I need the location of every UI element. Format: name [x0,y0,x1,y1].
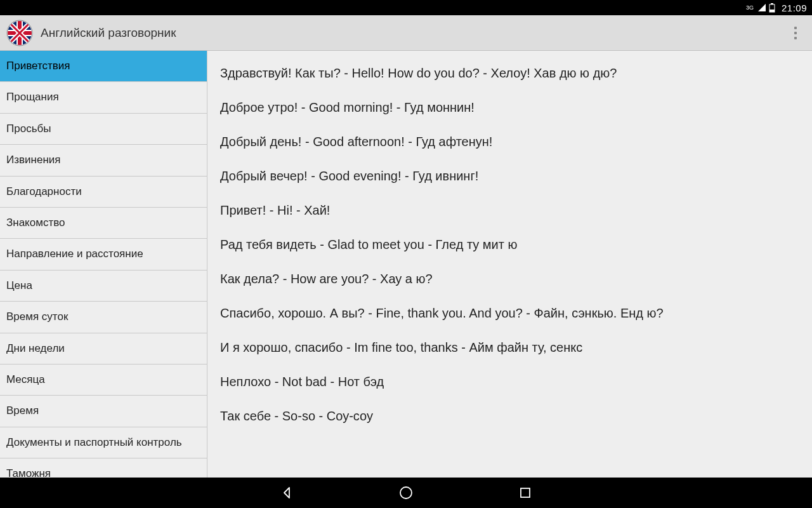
network-label: 3G [746,4,754,11]
svg-rect-2 [769,10,775,12]
sidebar-item[interactable]: Прощания [0,82,207,113]
status-time: 21:09 [782,3,807,13]
sidebar-item[interactable]: Знакомство [0,208,207,239]
sidebar-item[interactable]: Направление и расстояние [0,239,207,270]
app-icon [6,20,33,46]
sidebar-item[interactable]: Документы и паспортный контроль [0,427,207,458]
sidebar-item-label: Месяца [6,373,45,385]
svg-rect-11 [521,488,530,497]
content-area: ПриветствияПрощанияПросьбыИзвиненияБлаго… [0,51,812,478]
app-title: Английский разговорник [41,26,785,40]
phrase-item[interactable]: Доброе утро! - Good morning! - Гуд монни… [220,99,799,116]
sidebar-item-label: Дни недели [6,342,65,354]
category-sidebar[interactable]: ПриветствияПрощанияПросьбыИзвиненияБлаго… [0,51,207,478]
phrase-item[interactable]: Добрый день! - Good afternoon! - Гуд афт… [220,133,799,150]
status-bar: 3G 21:09 [0,0,812,15]
battery-icon [769,3,775,13]
phrase-item[interactable]: Как дела? - How are you? - Хау а ю? [220,271,799,287]
overflow-menu-button[interactable] [785,20,806,46]
sidebar-item[interactable]: Месяца [0,364,207,396]
sidebar-item-label: Таможня [6,467,51,478]
svg-point-10 [400,487,412,498]
sidebar-item-label: Извинения [6,154,60,166]
sidebar-item[interactable]: Цена [0,271,207,302]
signal-icon [757,3,766,12]
sidebar-item-label: Прощания [6,91,59,103]
navigation-bar [0,478,812,508]
sidebar-item[interactable]: Благодарности [0,177,207,208]
sidebar-item-label: Просьбы [6,123,51,135]
phrase-list[interactable]: Здравствуй! Как ты? - Hello! How do you … [207,51,812,478]
sidebar-item-label: Приветствия [6,60,70,72]
sidebar-item[interactable]: Время [0,396,207,427]
sidebar-item[interactable]: Дни недели [0,333,207,364]
phrase-item[interactable]: Привет! - Hi! - Хай! [220,202,799,218]
phrase-item[interactable]: Здравствуй! Как ты? - Hello! How do you … [220,65,799,81]
sidebar-item-label: Знакомство [6,217,65,229]
sidebar-item-label: Время суток [6,311,68,323]
sidebar-item-label: Направление и расстояние [6,248,143,260]
sidebar-item-label: Время [6,404,39,417]
phrase-item[interactable]: Рад тебя видеть - Glad to meet you - Гле… [220,236,799,253]
sidebar-item[interactable]: Извинения [0,145,207,176]
sidebar-item-label: Благодарности [6,185,82,197]
home-button[interactable] [397,484,415,502]
sidebar-item[interactable]: Приветствия [0,51,207,82]
sidebar-item[interactable]: Время суток [0,302,207,333]
phrase-item[interactable]: И я хорошо, спасибо - Im fine too, thank… [220,339,799,356]
phrase-item[interactable]: Неплохо - Not bad - Нот бэд [220,373,799,390]
phrase-item[interactable]: Так себе - So-so - Соу-соу [220,408,799,424]
action-bar: Английский разговорник [0,15,812,51]
sidebar-item[interactable]: Таможня [0,458,207,478]
phrase-item[interactable]: Добрый вечер! - Good evening! - Гуд ивни… [220,168,799,184]
sidebar-item-label: Цена [6,279,32,291]
phrase-item[interactable]: Спасибо, хорошо. А вы? - Fine, thank you… [220,305,799,321]
sidebar-item[interactable]: Просьбы [0,114,207,145]
sidebar-item-label: Документы и паспортный контроль [6,436,182,448]
overflow-icon [794,27,797,39]
recent-apps-button[interactable] [516,484,534,502]
back-button[interactable] [278,484,296,502]
